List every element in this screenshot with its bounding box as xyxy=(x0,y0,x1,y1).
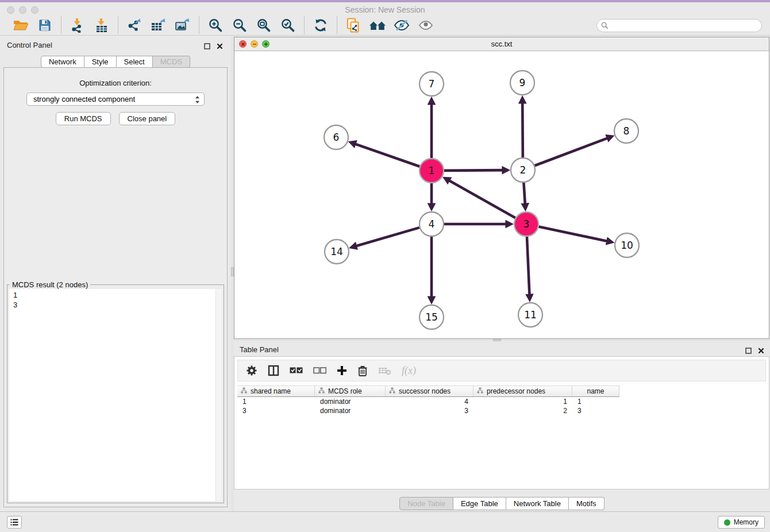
memory-button[interactable]: Memory xyxy=(718,516,765,529)
show-all-icon[interactable] xyxy=(417,17,434,34)
search-field-wrap xyxy=(596,19,762,32)
zoom-fit-icon[interactable] xyxy=(255,17,272,34)
network-window-title: scc.txt xyxy=(234,37,769,51)
close-table-panel-icon[interactable] xyxy=(758,346,764,356)
import-table-icon[interactable] xyxy=(93,17,110,34)
table-cell: 3 xyxy=(237,406,315,415)
table-cell: 4 xyxy=(386,397,473,406)
criterion-select[interactable]: strongly connected component xyxy=(26,92,205,106)
column-header[interactable]: shared name xyxy=(237,386,315,396)
first-neighbors-icon[interactable] xyxy=(369,17,386,34)
refresh-icon[interactable] xyxy=(312,17,329,34)
zoom-in-icon[interactable] xyxy=(207,17,224,34)
show-columns-icon[interactable] xyxy=(268,365,279,376)
graph-edge-1-2[interactable] xyxy=(444,170,507,171)
graph-node-label: 2 xyxy=(520,164,526,176)
table-cell: dominator xyxy=(315,406,386,415)
window-title: Session: New Session xyxy=(0,5,770,14)
tab-select[interactable]: Select xyxy=(117,56,153,68)
memory-status-dot xyxy=(724,519,730,526)
table-panel-title: Table Panel xyxy=(240,345,279,354)
graph-node-label: 11 xyxy=(524,309,537,321)
add-icon[interactable] xyxy=(337,365,347,376)
gear-icon[interactable] xyxy=(246,365,257,376)
table-cell: 1 xyxy=(237,397,315,406)
table-panel: Table Panel xyxy=(234,341,770,511)
delete-column-icon[interactable] xyxy=(378,366,391,375)
graph-node-label: 6 xyxy=(333,132,340,143)
network-window-titlebar[interactable]: scc.txt xyxy=(234,37,769,51)
tab-style[interactable]: Style xyxy=(84,56,117,68)
zoom-selected-icon[interactable] xyxy=(279,17,297,34)
column-header[interactable]: successor nodes xyxy=(386,386,473,396)
graph-node-label: 9 xyxy=(519,77,526,88)
save-session-icon[interactable] xyxy=(36,17,53,34)
search-input[interactable] xyxy=(596,19,762,32)
result-scrollbar[interactable] xyxy=(215,289,222,501)
graph-edge-1-6[interactable] xyxy=(351,142,419,167)
graph-edge-3-11[interactable] xyxy=(527,237,530,299)
graph-node-label: 10 xyxy=(621,240,633,251)
graph-svg: 7968124314101511 xyxy=(234,51,769,338)
close-panel-button[interactable]: Close panel xyxy=(119,112,176,125)
table-panel-content: f(x) shared nameMCDS rolesuccessor nodes… xyxy=(234,356,769,489)
export-network-icon[interactable] xyxy=(126,17,143,34)
run-mcds-button[interactable]: Run MCDS xyxy=(56,112,111,125)
table-cell: 3 xyxy=(386,406,473,415)
column-header[interactable]: predecessor nodes xyxy=(473,386,572,396)
tab-node-table[interactable]: Node Table xyxy=(399,497,453,510)
graph-edge-3-10[interactable] xyxy=(539,227,612,242)
tab-mcds[interactable]: MCDS xyxy=(153,56,190,68)
graph-edge-3-1[interactable] xyxy=(445,178,515,218)
export-table-icon[interactable] xyxy=(150,17,167,34)
network-close-button[interactable] xyxy=(239,40,247,48)
optimization-criterion-label: Optimization criterion: xyxy=(4,79,227,87)
network-maximize-button[interactable] xyxy=(262,40,270,48)
network-minimize-button[interactable] xyxy=(251,40,258,48)
table-row[interactable]: 3dominator323 xyxy=(237,406,619,415)
graph-edge-2-3[interactable] xyxy=(523,183,525,209)
table-cell: 3 xyxy=(572,406,619,415)
tab-motifs[interactable]: Motifs xyxy=(569,497,605,510)
table-row[interactable]: 1dominator411 xyxy=(237,397,619,406)
main-titlebar: Session: New Session xyxy=(0,2,770,16)
table-cell: 2 xyxy=(473,406,572,415)
column-header[interactable]: MCDS role xyxy=(315,386,386,396)
tree-icon xyxy=(389,387,395,395)
tab-network-table[interactable]: Network Table xyxy=(506,497,569,510)
column-header[interactable]: name xyxy=(572,386,619,396)
deselect-all-icon[interactable] xyxy=(313,367,326,374)
export-image-icon[interactable] xyxy=(174,17,191,34)
import-network-icon[interactable] xyxy=(69,17,86,34)
tab-edge-table[interactable]: Edge Table xyxy=(453,497,506,510)
tab-network[interactable]: Network xyxy=(41,56,84,68)
table-cell: 1 xyxy=(473,397,572,406)
float-table-panel-icon[interactable] xyxy=(745,346,752,356)
network-canvas[interactable]: 7968124314101511 xyxy=(234,51,769,338)
trash-icon[interactable] xyxy=(357,365,368,377)
zoom-out-icon[interactable] xyxy=(231,17,248,34)
mcds-result-group: MCDS result (2 nodes) 1 3 xyxy=(7,284,224,503)
select-chevrons-icon xyxy=(195,95,200,104)
tree-icon xyxy=(241,387,247,395)
network-window: scc.txt 7968124314101511 xyxy=(234,37,769,339)
table-toolbar: f(x) xyxy=(237,360,766,381)
table-header-row: shared nameMCDS rolesuccessor nodesprede… xyxy=(237,385,619,397)
select-all-icon[interactable] xyxy=(290,367,303,374)
graph-node-label: 3 xyxy=(523,218,530,230)
open-session-icon[interactable] xyxy=(12,17,29,34)
graph-edge-2-8[interactable] xyxy=(535,137,612,166)
tree-icon xyxy=(477,387,483,395)
graph-edge-2-9[interactable] xyxy=(522,98,523,157)
graph-edge-4-14[interactable] xyxy=(352,228,419,247)
graph-node-label: 8 xyxy=(623,125,630,137)
float-panel-icon[interactable] xyxy=(204,41,210,52)
mcds-result-area[interactable]: 1 3 xyxy=(9,289,222,501)
function-builder-icon[interactable]: f(x) xyxy=(402,365,416,377)
close-panel-icon[interactable] xyxy=(217,41,223,52)
task-history-button[interactable] xyxy=(7,516,22,529)
graph-node-label: 4 xyxy=(429,218,435,230)
hide-selected-icon[interactable] xyxy=(393,17,410,34)
mcds-result-text: 1 3 xyxy=(9,289,222,311)
network-from-selection-icon[interactable] xyxy=(345,17,362,34)
